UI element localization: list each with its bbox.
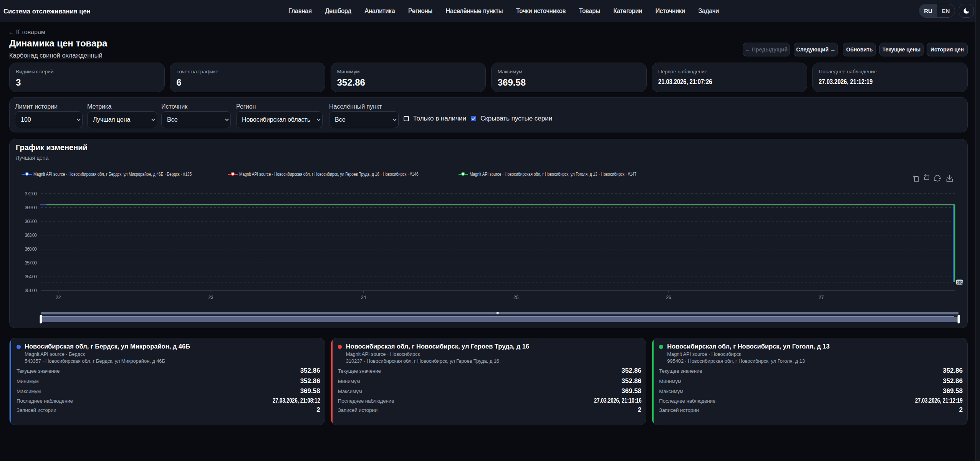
- svg-text:24: 24: [361, 295, 366, 300]
- svg-text:357.00: 357.00: [25, 260, 37, 266]
- svg-text:26: 26: [666, 295, 671, 300]
- svg-text:25: 25: [513, 295, 519, 300]
- svg-text:27: 27: [819, 295, 824, 300]
- svg-text:354.00: 354.00: [25, 274, 37, 279]
- svg-text:363.00: 363.00: [25, 233, 37, 238]
- svg-text:23: 23: [208, 295, 214, 300]
- svg-text:351.00: 351.00: [25, 288, 37, 293]
- svg-text:369.00: 369.00: [25, 205, 37, 210]
- svg-text:360.00: 360.00: [25, 246, 37, 252]
- svg-text:372.00: 372.00: [25, 191, 37, 197]
- svg-text:22: 22: [56, 295, 61, 300]
- svg-text:352: 352: [957, 280, 963, 284]
- svg-text:366.00: 366.00: [25, 219, 37, 224]
